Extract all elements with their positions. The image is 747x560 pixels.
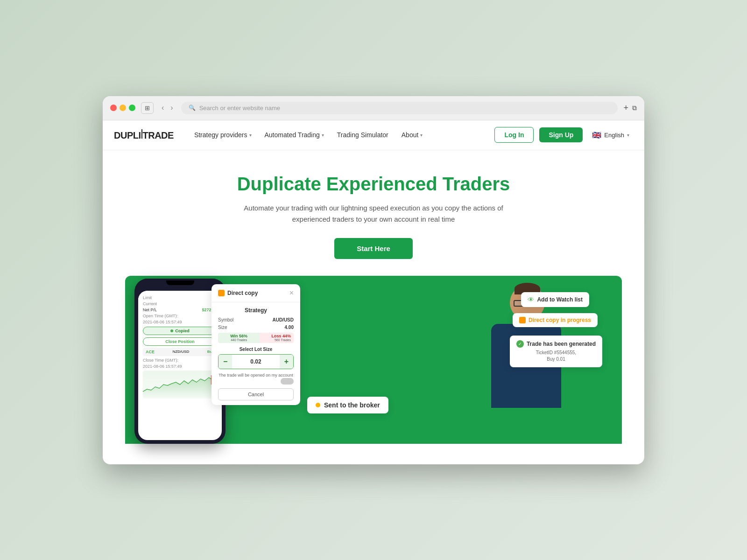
search-icon: 🔍 <box>189 105 196 111</box>
loss-label: Loss 44% <box>262 334 291 338</box>
modal-header: Direct copy × <box>211 284 300 302</box>
direct-copy-progress-badge: Direct copy in progress <box>513 313 598 327</box>
account-toggle[interactable] <box>281 378 294 385</box>
new-tab-button[interactable]: + <box>623 103 628 113</box>
logo-divider <box>141 129 142 139</box>
phone-opentime-value: 2021-08-06 15:57:49 <box>143 320 182 324</box>
minimize-window-button[interactable] <box>120 105 126 111</box>
logo-text: DUPLITRADE <box>114 129 174 141</box>
ticket-id-text: TicketID #5544555, <box>536 350 576 355</box>
modal-symbol-row: Symbol AUD/USD <box>218 317 294 322</box>
phone-closetime-label: Close Time (GMT): <box>143 358 178 363</box>
cancel-button[interactable]: Cancel <box>218 388 294 400</box>
trade-generated-title-row: ✓ Trade has been generated <box>516 340 596 348</box>
phone-row-opentime: Open Time (GMT): <box>143 314 217 318</box>
nav-item-strategy-providers[interactable]: Strategy providers ▾ <box>189 127 257 142</box>
win-label: Win 56% <box>221 334 257 338</box>
phone-content: Limit Current Net P/L $272.35 Open Time … <box>138 291 222 403</box>
lot-increase-button[interactable]: + <box>280 355 293 369</box>
checkmark-icon: ✓ <box>516 340 524 348</box>
nav-label-simulator: Trading Simulator <box>337 131 388 139</box>
address-bar[interactable]: 🔍 Search or enter website name <box>181 102 618 114</box>
browser-actions: + ⧉ <box>623 103 637 113</box>
lot-decrease-button[interactable]: − <box>218 355 232 369</box>
phone-chart <box>143 371 217 399</box>
strategy-section-title: Strategy <box>218 307 294 314</box>
forward-button[interactable]: › <box>168 103 175 113</box>
symbol-label: Symbol <box>218 317 233 322</box>
phone-closetime-val-row: 2021-08-06 15:57:49 <box>143 364 217 369</box>
start-here-button[interactable]: Start Here <box>334 238 413 259</box>
win-bar: Win 56% 440 Trades <box>218 333 260 343</box>
demo-bottom-bar <box>125 444 622 453</box>
modal-body: Strategy Symbol AUD/USD Size 4.00 Win 56… <box>211 302 300 406</box>
phone-netpl-label: Net P/L <box>143 308 157 312</box>
language-selector[interactable]: 🇬🇧 English ▾ <box>588 128 633 142</box>
sent-to-broker-badge: Sent to the broker <box>307 397 388 413</box>
chevron-down-icon: ▾ <box>249 133 252 138</box>
hero-title: Duplicate Experienced Traders <box>114 173 633 195</box>
lot-value: 0.02 <box>232 358 279 365</box>
phone-closetime-row: Close Time (GMT): <box>143 358 217 363</box>
address-bar-text: Search or enter website name <box>199 105 280 112</box>
phone-closetime-value: 2021-08-06 15:57:49 <box>143 364 182 369</box>
size-label: Size <box>218 325 227 330</box>
nav-label-automated: Automated Trading <box>265 131 320 139</box>
phone-close-position-button[interactable]: Close Position <box>143 337 217 346</box>
nav-item-automated-trading[interactable]: Automated Trading ▾ <box>259 127 330 142</box>
direct-copy-progress-text: Direct copy in progress <box>529 317 591 323</box>
browser-chrome: ⊞ ‹ › 🔍 Search or enter website name + ⧉ <box>103 96 644 120</box>
close-window-button[interactable] <box>110 105 117 111</box>
chevron-down-icon-4: ▾ <box>627 133 629 138</box>
nav-links: Strategy providers ▾ Automated Trading ▾… <box>189 127 495 142</box>
loss-trades: 560 Trades <box>262 338 291 342</box>
win-trades: 440 Trades <box>221 338 257 342</box>
modal-note: The trade will be opened on my account <box>218 373 294 385</box>
ticket-detail-text: Buy 0.01 <box>547 357 565 362</box>
back-button[interactable]: ‹ <box>159 103 166 113</box>
logo[interactable]: DUPLITRADE <box>114 129 174 141</box>
demo-section: Limit Current Net P/L $272.35 Open Time … <box>125 276 622 444</box>
nav-item-trading-simulator[interactable]: Trading Simulator <box>331 127 394 142</box>
phone-trade-row: ACE NZD/USD Buy <box>143 348 217 356</box>
flag-icon: 🇬🇧 <box>592 131 601 140</box>
phone-notch <box>166 280 194 285</box>
phone-trade-symbol: NZD/USD <box>173 350 190 354</box>
toggle-row <box>218 378 294 385</box>
add-to-watchlist-badge[interactable]: 👁 Add to Watch list <box>521 292 589 307</box>
win-loss-bar: Win 56% 440 Trades Loss 44% 560 Trades <box>218 333 294 343</box>
loss-bar: Loss 44% 560 Trades <box>260 333 294 343</box>
direct-copy-icon <box>218 290 225 296</box>
signup-button[interactable]: Sign Up <box>539 127 583 142</box>
phone-opentime-label: Open Time (GMT): <box>143 314 178 318</box>
phone-row-opentime-val: 2021-08-06 15:57:49 <box>143 320 217 324</box>
sent-to-broker-text: Sent to the broker <box>324 401 380 409</box>
phone-row-current: Current <box>143 301 217 306</box>
nav-arrows: ‹ › <box>159 103 176 113</box>
maximize-window-button[interactable] <box>129 105 135 111</box>
modal-close-button[interactable]: × <box>289 289 294 297</box>
chevron-down-icon-2: ▾ <box>322 133 324 138</box>
modal-title: Direct copy <box>227 290 258 296</box>
phone-copied-badge: Copied <box>143 327 217 335</box>
nav-item-about[interactable]: About ▾ <box>396 127 429 142</box>
traffic-lights <box>110 105 135 111</box>
lot-size-title: Select Lot Size <box>218 347 294 352</box>
website-content: DUPLITRADE Strategy providers ▾ Automate… <box>103 120 644 453</box>
navbar: DUPLITRADE Strategy providers ▾ Automate… <box>103 120 644 150</box>
copy-tab-button[interactable]: ⧉ <box>632 103 637 113</box>
phone-copied-label: Copied <box>175 329 190 333</box>
login-button[interactable]: Log In <box>494 127 534 143</box>
nav-actions: Log In Sign Up 🇬🇧 English ▾ <box>494 127 633 143</box>
phone-screen: Limit Current Net P/L $272.35 Open Time … <box>138 291 222 440</box>
phone-row-type: Limit <box>143 295 217 300</box>
hero-subtitle: Automate your trading with our lightning… <box>243 203 504 225</box>
sidebar-toggle-button[interactable]: ⊞ <box>141 102 154 114</box>
nav-label-strategy: Strategy providers <box>194 131 247 139</box>
phone-current-label: Current <box>143 301 157 306</box>
language-label: English <box>604 132 624 139</box>
direct-copy-badge-icon <box>519 317 526 323</box>
size-value: 4.00 <box>285 325 294 330</box>
trade-generated-badge: ✓ Trade has been generated TicketID #554… <box>510 336 602 367</box>
watchlist-text: Add to Watch list <box>537 296 583 303</box>
